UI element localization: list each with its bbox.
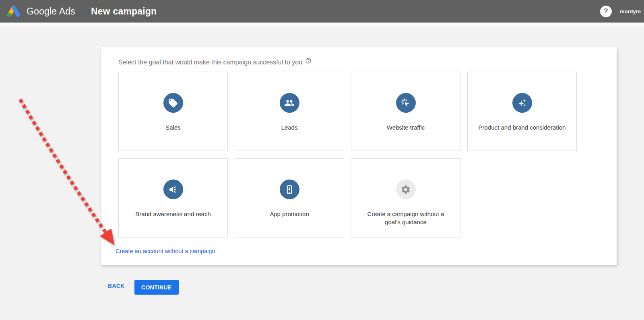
google-ads-brand: Google Ads	[6, 4, 75, 19]
goal-label: Product and brand consideration	[479, 124, 566, 132]
back-button[interactable]: BACK	[108, 283, 125, 289]
goal-card-website-traffic[interactable]: Website traffic	[351, 72, 460, 151]
goal-card-row-1: Sales Leads	[118, 72, 617, 151]
goal-card-no-goal[interactable]: Create a campaign without a goal's guida…	[351, 158, 460, 237]
sparkles-icon	[512, 93, 532, 113]
goal-label: Create a campaign without a goal's guida…	[365, 210, 447, 226]
panel-heading: Select the goal that would make this cam…	[118, 58, 617, 66]
price-tag-icon	[163, 93, 183, 113]
page-title: New campaign	[91, 6, 157, 17]
top-app-bar: Google Ads New campaign ? mordyre	[0, 0, 644, 23]
goal-label: Website traffic	[387, 124, 425, 132]
brand-name: Google Ads	[27, 6, 75, 17]
cursor-click-icon	[396, 93, 416, 113]
gear-icon	[396, 180, 416, 199]
goal-card-app-promotion[interactable]: App promotion	[235, 158, 344, 237]
create-account-without-campaign-link[interactable]: Create an account without a campaign	[116, 248, 215, 254]
goal-card-sales[interactable]: Sales	[118, 72, 228, 151]
google-ads-logo-icon	[6, 4, 22, 19]
speaker-icon	[163, 180, 183, 199]
people-icon	[280, 93, 299, 113]
goal-label: App promotion	[270, 210, 309, 218]
account-user-label[interactable]: mordyre	[620, 8, 641, 14]
heading-help-icon[interactable]	[305, 58, 312, 64]
goal-card-row-2: Brand awareness and reach App promotion …	[118, 158, 617, 237]
topbar-divider	[83, 6, 83, 17]
goal-selection-panel: Select the goal that would make this cam…	[101, 47, 617, 265]
continue-button[interactable]: CONTINUE	[134, 280, 179, 295]
goal-label: Sales	[165, 124, 181, 132]
help-icon[interactable]: ?	[600, 6, 612, 17]
goal-card-brand-awareness[interactable]: Brand awareness and reach	[118, 158, 228, 237]
goal-label: Brand awareness and reach	[135, 210, 211, 218]
goal-card-product-brand-consideration[interactable]: Product and brand consideration	[467, 72, 577, 151]
topbar-shadow	[0, 23, 644, 30]
goal-card-leads[interactable]: Leads	[235, 72, 344, 151]
goal-label: Leads	[281, 124, 298, 132]
phone-download-icon	[280, 180, 299, 199]
